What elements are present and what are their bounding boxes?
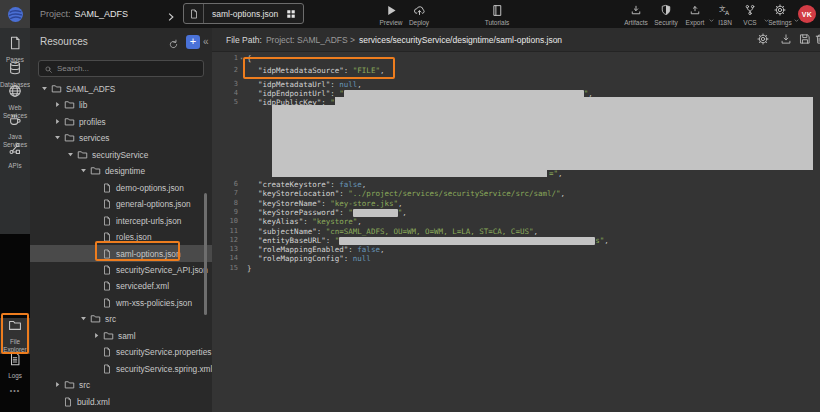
tree-folder-saml_adfs[interactable]: SAML_ADFS: [30, 80, 212, 97]
redacted-public-key-block: [272, 170, 547, 177]
globe-icon: [8, 84, 22, 102]
line-number: 12: [212, 236, 238, 244]
rail-item-file-explorer[interactable]: FileExplorer: [0, 318, 30, 354]
code-line-8[interactable]: "keyStoreName": "key-store.jks",: [258, 199, 403, 208]
rail-item-label: APIs: [8, 162, 21, 170]
tree-item-label: designtime: [105, 166, 145, 176]
caret-down-icon[interactable]: [79, 315, 87, 322]
rail-overflow-button[interactable]: •••: [0, 387, 30, 394]
tree-file-securityservice.spring.xml[interactable]: securityService.spring.xml: [30, 360, 212, 377]
file-path-project: Project: SAML_ADFS >: [266, 35, 355, 45]
tree-folder-saml[interactable]: saml: [30, 327, 212, 344]
tab-saml-options[interactable]: saml-options.json: [183, 3, 304, 24]
caret-right-icon[interactable]: [53, 101, 61, 108]
code-line-1[interactable]: {: [247, 54, 252, 63]
caret-down-icon[interactable]: [40, 85, 48, 92]
tree-folder-services[interactable]: services: [30, 129, 212, 146]
action-label: Deploy: [409, 19, 429, 26]
tree-file-intercept-urls.json[interactable]: intercept-urls.json: [30, 212, 212, 229]
coffee-icon: [8, 113, 22, 131]
resources-scrollbar[interactable]: [204, 193, 207, 315]
rail-item-apis[interactable]: APIs: [0, 142, 30, 170]
tree-file-servicedef.xml[interactable]: servicedef.xml: [30, 277, 212, 294]
code-line-7[interactable]: "keyStoreLocation": "../project/services…: [258, 189, 565, 198]
tree-file-general-options.json[interactable]: general-options.json: [30, 195, 212, 212]
caret-right-icon[interactable]: [53, 381, 61, 388]
line-number: 15: [212, 264, 238, 272]
tree-folder-designtime[interactable]: designtime: [30, 162, 212, 179]
save-button[interactable]: [798, 33, 812, 47]
search-box[interactable]: [38, 60, 204, 77]
refresh-icon[interactable]: [168, 36, 179, 54]
tree-folder-lib[interactable]: lib: [30, 96, 212, 113]
collapse-panel-icon[interactable]: «: [203, 36, 209, 47]
tree-folder-src[interactable]: src: [30, 310, 212, 327]
folder-icon: [64, 96, 75, 114]
tree-file-build.xml[interactable]: build.xml: [30, 393, 212, 410]
tree-folder-src[interactable]: src: [30, 376, 212, 393]
code-line-3[interactable]: "idpMetadataUrl": null,: [258, 80, 362, 89]
tree-file-saml-options.json[interactable]: saml-options.json: [30, 245, 212, 262]
tree-item-label: src: [79, 380, 90, 390]
line-number: 10: [212, 217, 238, 225]
tree-item-label: lib: [79, 100, 87, 110]
tree-file-wm-xss-policies.json[interactable]: wm-xss-policies.json: [30, 294, 212, 311]
avatar[interactable]: VK: [798, 5, 816, 23]
code-line-9[interactable]: "keyStorePassword": "",: [258, 208, 407, 217]
tree-file-securityservice.properties[interactable]: securityService.properties: [30, 343, 212, 360]
folder-icon: [90, 310, 101, 328]
tree-file-demo-options.json[interactable]: demo-options.json: [30, 179, 212, 196]
line-number: 13: [212, 245, 238, 253]
rail-item-pages[interactable]: Pages: [0, 36, 30, 64]
tree-file-roles.json[interactable]: roles.json: [30, 228, 212, 245]
caret-down-icon[interactable]: [79, 167, 87, 174]
app-logo[interactable]: [0, 0, 30, 28]
top-bar: Project:SAML_ADFS saml-options.json Prev…: [0, 0, 820, 28]
caret-right-icon[interactable]: [53, 118, 61, 125]
delete-button[interactable]: [813, 33, 820, 47]
tree-item-label: saml: [118, 331, 136, 341]
code-line-6[interactable]: "createKeystore": false,: [258, 180, 366, 189]
code-line-14[interactable]: "roleMappingConfig": null: [258, 254, 371, 263]
deploy-button[interactable]: Deploy: [397, 3, 441, 26]
code-line-12[interactable]: "entityBaseURL": "s",: [258, 236, 609, 245]
rail-item-logs[interactable]: Logs: [0, 352, 30, 380]
tree-item-label: SAML_ADFS: [66, 84, 115, 94]
search-input[interactable]: [57, 64, 198, 73]
settings-button[interactable]: Settings: [758, 3, 802, 26]
tree-item-label: saml-options.json: [116, 249, 181, 259]
code-token: ,: [533, 227, 538, 236]
fold-toggle-icon[interactable]: ▾: [240, 55, 243, 61]
code-token: =": [549, 169, 558, 178]
tree-item-label: services: [79, 133, 109, 143]
code-line-10[interactable]: "keyAlias": "keystore",: [258, 217, 362, 226]
tree-folder-profiles[interactable]: profiles: [30, 113, 212, 130]
caret-right-icon[interactable]: [92, 332, 100, 339]
line-number: 4: [212, 89, 238, 97]
settings-button[interactable]: [756, 33, 770, 47]
chevron-right-icon[interactable]: [166, 8, 176, 26]
code-line-15[interactable]: }: [247, 264, 252, 273]
code-token: :: [344, 254, 353, 263]
code-line-2[interactable]: "idpMetadataSource": "FILE",: [258, 66, 384, 75]
caret-down-icon[interactable]: [66, 151, 74, 158]
code-line-13[interactable]: "roleMappingEnabled": false,: [258, 245, 384, 254]
line-number: 11: [212, 227, 238, 235]
tutorials-button[interactable]: Tutorials: [475, 3, 519, 26]
code-token: ,: [357, 80, 362, 89]
code-line-11[interactable]: "subjectName": "cn=SAML_ADFS, OU=WM, O=W…: [258, 227, 538, 236]
caret-down-icon[interactable]: [53, 134, 61, 141]
tree-file-securityservice_api.json[interactable]: securityService_API.json: [30, 261, 212, 278]
code-token: "idpEndpointUrl": [258, 89, 330, 98]
code-token: "entityBaseURL": [258, 236, 326, 245]
tray-up-icon: [689, 3, 701, 17]
gear-icon: [774, 3, 786, 17]
tree-folder-securityservice[interactable]: securityService: [30, 146, 212, 163]
download-button[interactable]: [779, 33, 793, 47]
redacted-public-key-block: [335, 97, 813, 105]
code-editor[interactable]: 1▾{2"idpMetadataSource": "FILE",3"idpMet…: [212, 52, 820, 412]
grid-icon[interactable]: [286, 9, 303, 19]
floppy-icon: [799, 31, 811, 49]
code-token: "createKeystore": [258, 180, 330, 189]
add-resource-button[interactable]: +: [186, 35, 200, 49]
